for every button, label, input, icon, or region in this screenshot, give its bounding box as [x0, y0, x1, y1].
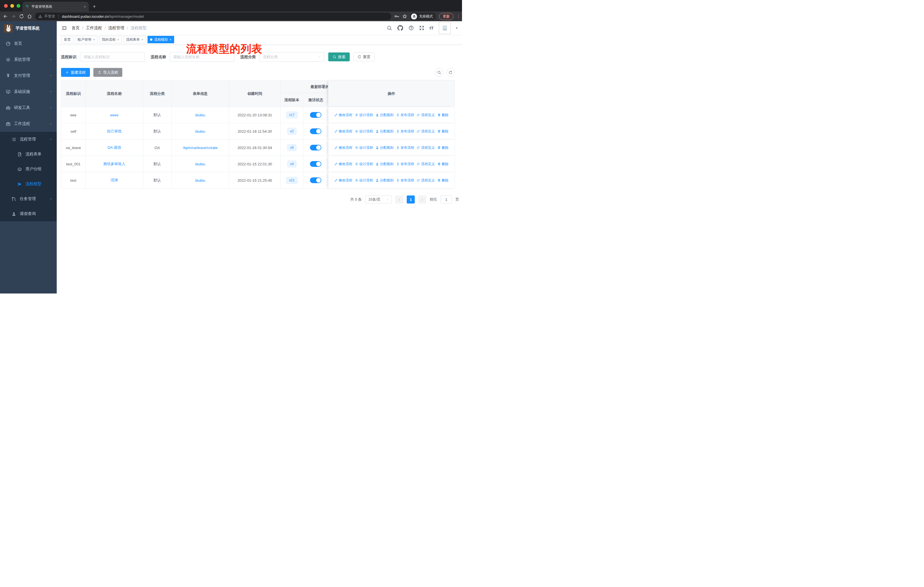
- process-name-link[interactable]: eeee: [110, 113, 119, 117]
- window-close-button[interactable]: [4, 4, 8, 8]
- breadcrumb-home[interactable]: 首页: [72, 25, 80, 31]
- breadcrumb-workflow[interactable]: 工作流程: [86, 25, 102, 31]
- goto-page-input[interactable]: [441, 195, 452, 203]
- close-icon[interactable]: ×: [117, 38, 119, 41]
- sidebar-logo[interactable]: 芋道管理系统: [0, 21, 57, 36]
- back-icon[interactable]: [3, 14, 8, 19]
- delete-link[interactable]: 删除: [437, 178, 449, 183]
- bookmark-star-icon[interactable]: [402, 14, 407, 19]
- font-size-icon[interactable]: tT: [430, 25, 434, 30]
- process-definition-link[interactable]: 流程定义: [417, 129, 435, 134]
- browser-tab[interactable]: 芋道管理系统 ×: [22, 2, 89, 12]
- close-icon[interactable]: ×: [170, 38, 171, 41]
- assign-rule-link[interactable]: 分配规则: [376, 178, 394, 183]
- chrome-update-button[interactable]: 更新: [439, 13, 454, 20]
- active-toggle[interactable]: [310, 161, 322, 167]
- prev-page-button[interactable]: ‹: [395, 195, 403, 203]
- version-tag[interactable]: v17: [286, 111, 297, 118]
- show-search-button[interactable]: [435, 68, 443, 77]
- sidebar-item-workflow[interactable]: 工作流程: [0, 116, 57, 132]
- form-info-link[interactable]: biubiu: [195, 113, 205, 117]
- tag-tenant[interactable]: 租户管理×: [75, 36, 97, 43]
- assign-rule-link[interactable]: 分配规则: [376, 112, 394, 117]
- sidebar-item-user-group[interactable]: 用户分组: [0, 162, 57, 177]
- process-name-link[interactable]: 滔博: [111, 178, 118, 183]
- delete-link[interactable]: 删除: [437, 129, 449, 134]
- publish-process-link[interactable]: 发布流程: [396, 112, 414, 117]
- sidebar-item-payment[interactable]: ¥ 支付管理: [0, 68, 57, 84]
- design-process-link[interactable]: 设计流程: [355, 112, 373, 117]
- key-icon[interactable]: [394, 14, 399, 19]
- design-process-link[interactable]: 设计流程: [355, 129, 373, 134]
- search-button[interactable]: 搜索: [328, 53, 350, 61]
- publish-process-link[interactable]: 发布流程: [396, 178, 414, 183]
- form-info-link[interactable]: /bpm/oa/leave/create: [183, 146, 218, 150]
- window-minimize-button[interactable]: [10, 4, 14, 8]
- sidebar-item-infrastructure[interactable]: 基础设施: [0, 84, 57, 100]
- new-tab-button[interactable]: +: [93, 4, 96, 10]
- sidebar-item-process-model[interactable]: 流程模型: [0, 177, 57, 192]
- sidebar-fold-icon[interactable]: [61, 25, 67, 31]
- publish-process-link[interactable]: 发布流程: [396, 146, 414, 150]
- tag-home[interactable]: 首页: [61, 36, 73, 43]
- home-icon[interactable]: [27, 14, 32, 19]
- active-toggle[interactable]: [310, 128, 322, 134]
- delete-link[interactable]: 删除: [437, 146, 449, 150]
- form-info-link[interactable]: biubiu: [195, 129, 205, 134]
- process-name-link[interactable]: 自己审批: [107, 129, 122, 134]
- process-name-link[interactable]: OA 请假: [107, 145, 121, 150]
- active-toggle[interactable]: [310, 177, 322, 183]
- sidebar-item-system[interactable]: 系统管理: [0, 51, 57, 68]
- next-page-button[interactable]: ›: [418, 195, 426, 203]
- active-toggle[interactable]: [310, 145, 322, 150]
- forward-icon[interactable]: [11, 14, 16, 19]
- process-definition-link[interactable]: 流程定义: [417, 146, 435, 150]
- sidebar-item-task-management[interactable]: 任务管理: [0, 192, 57, 207]
- tag-process-form[interactable]: 流程表单×: [124, 36, 146, 43]
- version-tag[interactable]: v5: [287, 144, 297, 151]
- form-info-link[interactable]: biubiu: [195, 162, 205, 166]
- process-definition-link[interactable]: 流程定义: [417, 178, 435, 183]
- search-icon[interactable]: [387, 25, 392, 31]
- address-bar[interactable]: 不安全 dashboard.yudao.iocoder.cn/bpm/manag…: [35, 13, 391, 20]
- form-info-link[interactable]: biubiu: [195, 178, 205, 183]
- sidebar-item-process-form[interactable]: 流程表单: [0, 147, 57, 162]
- assign-rule-link[interactable]: 分配规则: [376, 162, 394, 167]
- help-icon[interactable]: [408, 25, 414, 31]
- publish-process-link[interactable]: 发布流程: [396, 129, 414, 134]
- version-tag[interactable]: v4: [287, 160, 297, 167]
- browser-menu-icon[interactable]: ⋮: [456, 14, 459, 19]
- edit-process-link[interactable]: 修改流程: [334, 146, 352, 150]
- edit-process-link[interactable]: 修改流程: [334, 178, 352, 183]
- avatar[interactable]: [439, 22, 451, 34]
- sidebar-item-process-management[interactable]: 流程管理: [0, 132, 57, 147]
- design-process-link[interactable]: 设计流程: [355, 146, 373, 150]
- page-size-select[interactable]: 10条/页: [365, 195, 392, 203]
- reset-button[interactable]: 重置: [353, 53, 375, 61]
- sidebar-item-home[interactable]: 首页: [0, 36, 57, 51]
- github-icon[interactable]: [397, 25, 403, 31]
- edit-process-link[interactable]: 修改流程: [334, 112, 352, 117]
- design-process-link[interactable]: 设计流程: [355, 162, 373, 167]
- create-process-button[interactable]: 新建流程: [61, 68, 90, 77]
- version-tag[interactable]: v2: [287, 128, 297, 135]
- refresh-table-button[interactable]: [446, 68, 455, 77]
- process-id-input[interactable]: [80, 52, 145, 62]
- current-page[interactable]: 1: [407, 195, 415, 203]
- assign-rule-link[interactable]: 分配规则: [376, 146, 394, 150]
- edit-process-link[interactable]: 修改流程: [334, 129, 352, 134]
- sidebar-item-dev-tools[interactable]: 研发工具: [0, 100, 57, 116]
- tag-my-process[interactable]: 我的流程×: [99, 36, 121, 43]
- breadcrumb-process-management[interactable]: 流程管理: [108, 25, 124, 31]
- process-definition-link[interactable]: 流程定义: [417, 112, 435, 117]
- category-select[interactable]: 流程分类: [259, 52, 324, 62]
- version-tag[interactable]: v21: [286, 177, 297, 184]
- close-icon[interactable]: ×: [142, 38, 143, 41]
- publish-process-link[interactable]: 发布流程: [396, 162, 414, 167]
- process-definition-link[interactable]: 流程定义: [417, 162, 435, 167]
- edit-process-link[interactable]: 修改流程: [334, 162, 352, 167]
- fullscreen-icon[interactable]: [419, 25, 424, 31]
- close-icon[interactable]: ×: [93, 38, 95, 41]
- avatar-caret-icon[interactable]: ▾: [456, 26, 457, 30]
- delete-link[interactable]: 删除: [437, 162, 449, 167]
